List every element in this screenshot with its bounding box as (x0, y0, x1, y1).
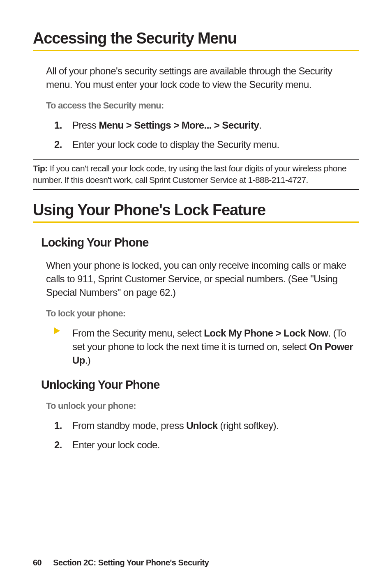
intro-paragraph: All of your phone's security settings ar… (46, 64, 355, 91)
access-security-menu-label: To access the Security menu: (46, 100, 359, 111)
unlock-phone-label: To unlock your phone: (46, 401, 359, 411)
tip-box: Tip: If you can't recall your lock code,… (33, 159, 359, 189)
lock-phone-bullet-text: From the Security menu, select Lock My P… (72, 326, 355, 367)
access-step-1: 1. Press Menu > Settings > More... > Sec… (54, 118, 355, 132)
list-marker-1: 1. (54, 118, 72, 132)
section-label: Section 2C: Setting Your Phone's Securit… (53, 558, 209, 567)
unlock-step-1: 1. From standby mode, press Unlock (righ… (54, 419, 355, 432)
unlock-step-2-text: Enter your lock code. (72, 438, 160, 452)
locking-paragraph: When your phone is locked, you can only … (46, 258, 355, 299)
tip-text: If you can't recall your lock code, try … (33, 164, 346, 184)
svg-marker-0 (54, 327, 60, 334)
list-marker-2: 2. (54, 438, 72, 452)
access-step-2: 2. Enter your lock code to display the S… (54, 138, 355, 151)
page-footer: 60Section 2C: Setting Your Phone's Secur… (33, 558, 209, 567)
heading-accessing-security-menu: Accessing the Security Menu (33, 30, 359, 51)
unlock-step-2: 2. Enter your lock code. (54, 438, 355, 452)
tip-label: Tip: (33, 164, 50, 173)
access-step-2-text: Enter your lock code to display the Secu… (72, 138, 279, 151)
lock-phone-label: To lock your phone: (46, 308, 359, 319)
subheading-locking-your-phone: Locking Your Phone (41, 236, 359, 249)
heading-using-lock-feature: Using Your Phone's Lock Feature (33, 201, 359, 223)
unlock-steps-list: 1. From standby mode, press Unlock (righ… (54, 419, 355, 452)
lock-phone-bullet: From the Security menu, select Lock My P… (54, 326, 355, 367)
list-marker-2: 2. (54, 138, 72, 151)
subheading-unlocking-your-phone: Unlocking Your Phone (41, 378, 359, 392)
access-step-1-text: Press Menu > Settings > More... > Securi… (72, 118, 261, 132)
unlock-step-1-text: From standby mode, press Unlock (right s… (72, 419, 279, 432)
list-marker-1: 1. (54, 419, 72, 432)
access-steps-list: 1. Press Menu > Settings > More... > Sec… (54, 118, 355, 151)
triangle-bullet-icon (54, 326, 72, 367)
page-number: 60 (33, 558, 42, 567)
